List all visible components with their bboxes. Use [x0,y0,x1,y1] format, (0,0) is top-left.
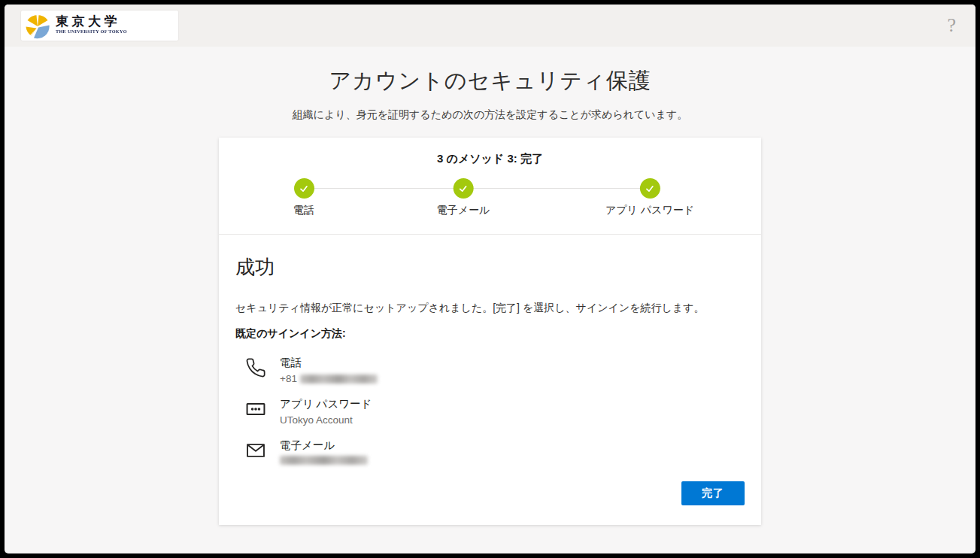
wizard-step-app-password: アプリ パスワード [605,178,694,217]
university-logo: 東京大学 THE UNIVERSITY OF TOKYO [21,11,178,41]
phone-country-code: +81 [280,373,297,384]
done-button[interactable]: 完了 [681,481,745,505]
method-label: 電話 [280,356,378,370]
utokyo-ginkgo-emblem-icon [24,12,51,39]
main-content: アカウントのセキュリティ保護 組織により、身元を証明するための次の方法を設定する… [5,47,975,525]
method-label: 電子メール [280,438,368,453]
page-root: 東京大学 THE UNIVERSITY OF TOKYO ? アカウントのセキュ… [5,5,975,553]
redacted-email-address [280,456,368,465]
method-label: アプリ パスワード [280,397,372,411]
step-label: 電話 [293,204,314,217]
page-subtitle: 組織により、身元を証明するための次の方法を設定することが求められています。 [5,108,975,122]
wizard-progress-section: 3 のメソッド 3: 完了 電話 電子メール [219,138,761,235]
method-value: UTokyo Account [280,414,372,426]
method-texts: 電話 +81 [280,356,378,384]
top-bar: 東京大学 THE UNIVERSITY OF TOKYO ? [5,5,975,47]
success-message: セキュリティ情報が正常にセットアップされました。[完了] を選択し、サインインを… [235,302,745,315]
logo-text: 東京大学 THE UNIVERSITY OF TOKYO [56,15,171,37]
wizard-progress-label: 3 のメソッド 3: 完了 [219,152,761,166]
step-label: 電子メール [437,204,490,217]
method-list: 電話 +81 [244,356,745,465]
page-title: アカウントのセキュリティ保護 [5,66,975,96]
method-row-app-password: アプリ パスワード UTokyo Account [244,397,745,426]
redacted-phone-number [300,375,378,384]
method-value [280,456,368,465]
email-icon [244,438,267,461]
logo-subtitle: THE UNIVERSITY OF TOKYO [56,29,127,34]
step-complete-check-icon [640,178,660,199]
help-icon[interactable]: ? [947,16,956,35]
logo-title: 東京大学 [56,15,171,28]
method-row-email: 電子メール [244,438,745,465]
phone-icon [244,356,267,378]
wizard-step-email: 電子メール [437,178,490,217]
wizard-steps: 電話 電子メール アプリ パスワード [219,178,761,234]
app-password-icon [244,397,267,420]
method-row-phone: 電話 +81 [244,356,745,384]
step-label: アプリ パスワード [605,204,694,217]
method-texts: アプリ パスワード UTokyo Account [280,397,372,426]
wizard-step-phone: 電話 [293,178,314,217]
method-value: +81 [280,373,378,384]
default-signin-method-label: 既定のサインイン方法: [235,327,745,341]
success-section: 成功 セキュリティ情報が正常にセットアップされました。[完了] を選択し、サイン… [219,235,761,525]
security-setup-card: 3 のメソッド 3: 完了 電話 電子メール [219,138,761,525]
step-complete-check-icon [454,178,474,199]
step-complete-check-icon [294,178,314,199]
button-row: 完了 [235,481,745,505]
success-heading: 成功 [235,254,745,281]
method-texts: 電子メール [280,438,368,465]
